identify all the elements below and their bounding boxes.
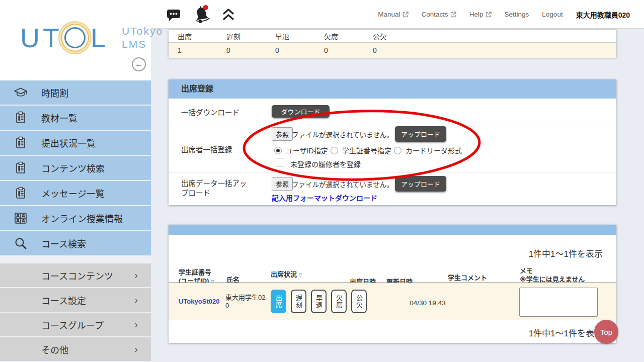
clipboard-icon: [13, 187, 28, 200]
logo-letter-l: L: [91, 22, 109, 53]
result-count-text: 1件中1〜1件を表示: [529, 247, 603, 259]
section-title: 出席登録: [169, 79, 616, 99]
sidebar-item-course-settings[interactable]: コース設定 ›: [0, 288, 151, 312]
chevron-right-icon: ›: [134, 269, 138, 281]
update-time-value: 04/30 19:43: [397, 299, 458, 307]
column-header-status[interactable]: 出席状況 ▽: [271, 270, 302, 280]
column-header: 欠席: [324, 31, 373, 41]
radio-card-reader[interactable]: カードリーダ形式: [394, 145, 462, 155]
external-link-icon: [450, 12, 456, 18]
status-button-present[interactable]: 出席: [271, 290, 286, 313]
radio-user-id[interactable]: ユーザID指定: [274, 145, 328, 155]
radio-unselected-icon: [394, 147, 401, 154]
radio-unselected-icon: [331, 147, 338, 154]
help-link[interactable]: Help: [469, 11, 492, 18]
summary-value: 0: [324, 46, 373, 54]
chevron-right-icon: ›: [134, 343, 138, 355]
logo-letter-u: U: [20, 22, 43, 53]
status-button-group: 出席 遅刻 早退 欠席 公欠: [271, 290, 367, 313]
radio-student-number[interactable]: 学生証番号指定: [331, 145, 391, 155]
chevron-right-icon: ›: [134, 319, 138, 330]
bulk-download-row: 一括ダウンロード ダウンロード: [169, 99, 616, 123]
student-attendance-table: 1件中1〜1件を表示 学生証番号 (ユーザID) ▽ 氏名 出席状況 ▽ 出席日…: [169, 225, 616, 343]
upload-button[interactable]: アップロード: [395, 176, 446, 192]
attendee-bulk-label: 出席者一括登録: [181, 144, 232, 154]
sidebar-item-course-contents[interactable]: コースコンテンツ ›: [0, 263, 151, 287]
radio-selected-icon: [274, 147, 282, 154]
memo-textarea[interactable]: [519, 288, 598, 317]
column-header: 出席: [178, 31, 226, 41]
summary-value: 0: [275, 46, 324, 54]
sidebar-collapse-button[interactable]: ←: [132, 57, 146, 71]
sidebar-item-others[interactable]: その他 ›: [0, 337, 151, 361]
no-file-selected-text: ファイルが選択されていません。: [292, 129, 393, 139]
data-bulk-upload-row: 出席データ一括アップロード 参照 ファイルが選択されていません。 アップロード …: [169, 172, 616, 205]
sort-caret-icon: ▽: [299, 273, 302, 278]
no-file-selected-text: ファイルが選択されていません。: [292, 179, 393, 189]
attendance-summary-table: 出席 遅刻 早退 欠席 公欠 1 0 0 0 0: [169, 29, 616, 57]
download-button[interactable]: ダウンロード: [272, 105, 330, 118]
external-link-icon: [403, 12, 409, 18]
double-chevron-up-icon[interactable]: [222, 8, 234, 21]
browse-file-button[interactable]: 参照: [272, 127, 293, 141]
result-count-text: 1件中1〜1件を表示: [529, 326, 603, 339]
user-name: 東大用教職員020: [576, 10, 630, 20]
column-header: 早退: [275, 31, 324, 41]
column-header-comment: 学生コメント: [448, 274, 487, 282]
logo-o-ring-icon: [64, 27, 86, 48]
notification-bell-icon[interactable]: [192, 4, 212, 25]
status-button-early-leave[interactable]: 早退: [311, 290, 327, 313]
back-arrow-icon: ←: [135, 60, 143, 69]
sidebar-item-course-search[interactable]: コース検索: [0, 231, 151, 255]
settings-link[interactable]: Settings: [505, 11, 529, 18]
attendance-register-section: 出席登録 一括ダウンロード ダウンロード 出席者一括登録 参照 ファイルが選択さ…: [169, 79, 616, 205]
table-header-zone: 1件中1〜1件を表示 学生証番号 (ユーザID) ▽ 氏名 出席状況 ▽ 出席日…: [169, 235, 616, 283]
format-download-link[interactable]: 記入用フォーマットダウンロード: [272, 193, 377, 203]
summary-header-row: 出席 遅刻 早退 欠席 公欠: [169, 30, 616, 43]
online-class-icon: [13, 212, 28, 224]
bulk-download-label: 一括ダウンロード: [181, 107, 239, 117]
sidebar-gap: [0, 256, 151, 263]
table-footer: 1件中1〜1件を表示: [169, 320, 616, 343]
column-header-memo: メモ ※学生には見えません: [520, 266, 585, 284]
summary-value: 0: [226, 46, 275, 54]
logo-letter-t: T: [43, 22, 62, 53]
attendee-bulk-register-row: 出席者一括登録 参照 ファイルが選択されていません。 アップロード ユーザID指…: [169, 123, 616, 172]
clipboard-icon: [13, 111, 28, 124]
status-button-late[interactable]: 遅刻: [291, 290, 306, 313]
upload-button[interactable]: アップロード: [395, 126, 446, 142]
sidebar-item-timetable[interactable]: 時間割: [0, 80, 151, 105]
student-name: 東大用学生020: [225, 294, 269, 310]
manual-link[interactable]: Manual: [378, 11, 408, 18]
chevron-right-icon: ›: [134, 294, 138, 306]
summary-value: 1: [178, 46, 226, 54]
chat-bubble-icon[interactable]: [166, 8, 181, 22]
clipboard-icon: [13, 161, 28, 174]
clipboard-icon: [13, 136, 28, 149]
register-unregistered-checkbox[interactable]: [276, 158, 284, 166]
browse-file-button[interactable]: 参照: [272, 177, 293, 191]
register-unregistered-label: 未登録の履修者を登録: [290, 159, 361, 169]
student-id-link[interactable]: UTokyoSt020: [179, 298, 219, 305]
utol-logo: UT L UTokyo LMS: [20, 22, 163, 53]
student-row: UTokyoSt020 東大用学生020 出席 遅刻 早退 欠席 公欠 04/3…: [169, 283, 616, 320]
logout-link[interactable]: Logout: [542, 11, 562, 18]
graduation-cap-icon: [13, 86, 28, 99]
sidebar-item-materials[interactable]: 教材一覧: [0, 106, 151, 130]
status-button-excused[interactable]: 公欠: [351, 290, 367, 313]
sidebar-item-course-group[interactable]: コースグループ ›: [0, 313, 151, 336]
status-button-absent[interactable]: 欠席: [331, 290, 347, 313]
table-title-bar: [169, 225, 616, 235]
sidebar-item-messages[interactable]: メッセージ一覧: [0, 181, 151, 205]
summary-data-row: 1 0 0 0 0: [169, 43, 616, 58]
sidebar-item-online-class-info[interactable]: オンライン授業情報: [0, 206, 151, 230]
contacts-link[interactable]: Contacts: [422, 11, 456, 18]
column-header: 遅刻: [226, 31, 275, 41]
data-bulk-upload-label: 出席データ一括アップロード: [181, 179, 249, 198]
search-icon: [13, 237, 28, 250]
back-to-top-button[interactable]: Top: [594, 320, 618, 344]
sidebar-item-content-search[interactable]: コンテンツ検索: [0, 156, 151, 180]
summary-value: 0: [373, 46, 422, 54]
sidebar-item-submission-status[interactable]: 提出状況一覧: [0, 131, 151, 155]
logo-area: UT L UTokyo LMS ←: [0, 0, 151, 80]
